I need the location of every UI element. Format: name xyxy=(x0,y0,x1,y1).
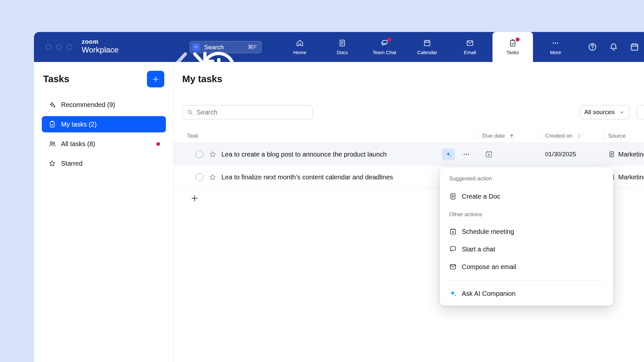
task-star-button[interactable] xyxy=(209,173,217,181)
menu-item-create-doc[interactable]: Create a Doc xyxy=(448,188,605,205)
ai-action-menu: Suggested action Create a Doc Other acti… xyxy=(440,167,613,306)
docs-icon xyxy=(338,39,346,47)
menu-item-label: Schedule meeting xyxy=(462,228,514,235)
ai-companion-button[interactable] xyxy=(442,148,455,160)
task-title[interactable]: Lea to create a blog post to announce th… xyxy=(221,143,387,166)
clipboard-check-icon xyxy=(48,120,56,128)
notifications-button[interactable] xyxy=(609,42,619,52)
nav-label-calendar: Calendar xyxy=(417,50,437,55)
doc-icon xyxy=(608,151,615,158)
nav-tab-docs[interactable]: Docs xyxy=(322,32,362,62)
nav-tab-email[interactable]: Email xyxy=(450,32,490,62)
menu-item-label: Compose an email xyxy=(462,263,516,271)
sources-dropdown[interactable]: All sources xyxy=(580,105,629,119)
nav-label-more: More xyxy=(550,50,561,55)
doc-icon xyxy=(449,192,457,200)
sidebar-item-recommended[interactable]: Recommended (9) xyxy=(42,97,166,113)
back-button[interactable] xyxy=(131,42,141,52)
task-complete-checkbox[interactable] xyxy=(196,173,203,181)
email-icon xyxy=(466,39,474,47)
sidebar-item-my-tasks[interactable]: My tasks (2) xyxy=(42,116,166,132)
sidebar-item-starred[interactable]: Starred xyxy=(42,155,166,172)
menu-item-start-chat[interactable]: Start a chat xyxy=(448,240,605,258)
sidebar-list: Recommended (9) My tasks (2) All tasks (… xyxy=(42,97,166,172)
task-search-box xyxy=(182,105,313,119)
table-header: Task Due date Created on Source xyxy=(174,129,644,143)
chevron-down-icon xyxy=(619,109,625,115)
plus-icon xyxy=(152,75,160,83)
ai-sparkle-icon xyxy=(449,290,457,297)
add-due-date-button[interactable] xyxy=(485,150,493,158)
sidebar-item-label: All tasks (8) xyxy=(61,140,95,148)
sidebar-item-label: My tasks (2) xyxy=(61,121,97,128)
task-search-input[interactable] xyxy=(197,109,313,116)
minimize-button[interactable] xyxy=(56,44,62,50)
column-divider xyxy=(604,132,604,140)
tasks-icon xyxy=(508,39,517,47)
task-title[interactable]: Lea to finalize next month’s content cal… xyxy=(221,166,393,189)
nav-tab-tasks[interactable]: Tasks xyxy=(492,32,533,62)
logo-zoom-text: zoom xyxy=(82,38,119,45)
task-complete-checkbox[interactable] xyxy=(196,150,203,158)
menu-item-ask-ai-companion[interactable]: Ask AI Companion xyxy=(448,285,605,302)
menu-divider xyxy=(448,280,605,280)
logo-workplace-text: Workplace xyxy=(82,45,119,55)
menu-item-label: Start a chat xyxy=(462,246,495,253)
filter-button-partial[interactable] xyxy=(637,105,644,119)
all-tasks-notification-dot xyxy=(156,142,160,146)
home-icon xyxy=(296,39,304,47)
email-icon xyxy=(449,263,457,271)
task-more-actions-button[interactable] xyxy=(462,150,470,158)
close-button[interactable] xyxy=(46,44,51,50)
created-on-value: 01/30/2025 xyxy=(545,143,576,166)
bell-icon xyxy=(609,42,619,52)
sort-toggle-icon xyxy=(576,133,582,139)
source-cell: Marketing xyxy=(608,166,644,189)
more-icon xyxy=(551,39,560,47)
sidebar-item-all-tasks[interactable]: All tasks (8) xyxy=(42,136,166,152)
sort-ascending-icon xyxy=(509,133,515,139)
nav-tab-home[interactable]: Home xyxy=(280,32,320,62)
history-button[interactable] xyxy=(170,42,179,51)
add-task-button[interactable] xyxy=(190,194,199,203)
task-star-button[interactable] xyxy=(209,150,217,158)
help-button[interactable] xyxy=(588,42,597,52)
source-value: Marketing xyxy=(618,173,644,181)
sidebar-item-label: Starred xyxy=(61,160,83,167)
nav-label-docs: Docs xyxy=(337,50,348,55)
star-icon xyxy=(48,159,56,167)
column-header-created-on[interactable]: Created on xyxy=(545,129,582,143)
maximize-button[interactable] xyxy=(67,44,72,50)
star-icon xyxy=(209,150,217,158)
star-icon xyxy=(209,173,217,181)
menu-section-other: Other actions xyxy=(448,210,605,219)
source-value: Marketing xyxy=(618,151,644,158)
plus-icon xyxy=(190,194,199,203)
source-cell: Marketing xyxy=(608,143,644,166)
calendar-icon xyxy=(423,39,431,47)
search-icon xyxy=(187,109,193,115)
schedule-button[interactable] xyxy=(630,42,639,52)
sources-dropdown-value: All sources xyxy=(584,109,615,116)
column-header-due-date[interactable]: Due date xyxy=(482,129,515,143)
forward-button[interactable] xyxy=(151,42,161,52)
screen: zoom Workplace Search ⌘F xyxy=(0,0,644,362)
tasks-notification-dot xyxy=(516,38,520,41)
calendar-plus-icon xyxy=(485,150,493,158)
ai-sparkle-icon xyxy=(445,151,452,158)
nav-tab-team-chat[interactable]: Team Chat xyxy=(364,32,405,62)
global-search[interactable]: Search ⌘F xyxy=(190,41,262,53)
nav-tab-more[interactable]: More xyxy=(535,32,576,62)
team-chat-icon xyxy=(380,39,389,47)
nav-tab-calendar[interactable]: Calendar xyxy=(407,32,447,62)
sidebar-title: Tasks xyxy=(43,74,69,84)
column-header-source: Source xyxy=(608,129,626,143)
column-divider xyxy=(541,132,542,140)
menu-item-label: Create a Doc xyxy=(462,193,500,200)
menu-item-schedule-meeting[interactable]: Schedule meeting xyxy=(448,223,605,240)
new-task-button[interactable] xyxy=(147,71,164,87)
people-icon xyxy=(48,140,56,148)
menu-item-compose-email[interactable]: Compose an email xyxy=(448,258,605,276)
tasks-sidebar: Tasks Recommended (9) My tasks (2) xyxy=(34,62,174,362)
calendar-page-icon xyxy=(630,42,639,52)
